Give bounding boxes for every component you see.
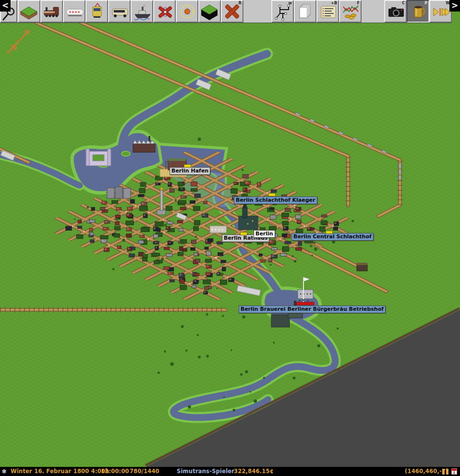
toolbar-airplane-tools-button[interactable] <box>153 0 176 23</box>
toolbar-line-management-button[interactable]: w <box>271 0 294 23</box>
status-month-progress: 780/1440 <box>130 467 159 476</box>
biplane-icon <box>154 1 175 22</box>
status-bar: ❄ Winter 16. Februar 1800 4:00h 13:00:00… <box>0 467 460 476</box>
station-capacity-bar <box>184 164 191 168</box>
toolbar-ship-tools-button[interactable] <box>131 0 153 23</box>
toolbar-pause-button[interactable]: P <box>407 0 429 23</box>
main-toolbar: R w +B <box>0 0 452 23</box>
depot-building <box>298 290 313 299</box>
pause-indicator-bar <box>446 469 448 475</box>
status-player-name: Simutrans-Spieler <box>177 467 234 476</box>
simutrans-window: N <box>0 0 460 476</box>
toolbar-railroad-tools-button[interactable] <box>40 0 63 23</box>
toolbar-next-button[interactable]: > <box>449 0 460 12</box>
toolbar-destroy-button[interactable]: R <box>221 0 243 23</box>
toolbar-fast-forward-button[interactable]: W <box>429 0 452 23</box>
bus-icon <box>109 1 130 22</box>
station-capacity-bar <box>240 232 247 235</box>
toolbar-message-schedule-button[interactable]: +B <box>316 0 339 23</box>
toolbar-lists-button[interactable] <box>294 0 316 23</box>
monorail-icon <box>64 1 85 22</box>
depot-label-berlin-brauerei[interactable]: Berlin Brauerei Berliner Bürgerbräu Betr… <box>239 305 386 313</box>
station-capacity-bar <box>268 193 276 196</box>
toolbar-terraform-button[interactable] <box>198 0 221 23</box>
signal-circle-icon <box>177 1 197 22</box>
station-label-berlin-hafen[interactable]: Berlin Hafen <box>169 167 210 175</box>
toolbar-road-tools-button[interactable] <box>108 0 131 23</box>
toolbar-finances-button[interactable]: F <box>339 0 362 23</box>
toolbar-screenshot-button[interactable]: C <box>384 0 407 23</box>
farm-building <box>357 263 367 271</box>
season-snowflake-icon: ❄ <box>1 467 7 476</box>
toolbar-prev-button[interactable]: < <box>0 0 11 12</box>
grass-tile-icon <box>19 1 39 22</box>
station-building <box>210 226 227 233</box>
ship-icon <box>132 1 152 22</box>
toolbar-monorail-tools-button[interactable] <box>63 0 85 23</box>
palace-building <box>86 149 111 166</box>
pause-indicator-bar <box>442 469 445 475</box>
status-date: Winter 16. Februar 1800 4:00h <box>11 467 109 476</box>
city-label-berlin[interactable]: Berlin <box>254 230 275 238</box>
status-balance: 322,846.15¢ <box>234 467 274 476</box>
steam-train-icon <box>41 1 62 22</box>
documents-icon <box>295 1 315 22</box>
lower-land-icon <box>199 1 220 22</box>
station-capacity-bar <box>326 231 333 234</box>
toolbar-slope-tools-button[interactable] <box>18 0 40 23</box>
svg-text:N: N <box>11 43 17 52</box>
tram-icon <box>86 1 107 22</box>
game-map-viewport[interactable]: N <box>0 0 460 467</box>
status-time: 13:00:00 <box>101 467 129 476</box>
calendar-icon: 1 <box>451 468 457 475</box>
station-label-berlin-schlachthof-klaeger[interactable]: Berlin Schlachthof Klaeger <box>234 196 317 204</box>
toolbar-special-construction-button[interactable] <box>176 0 198 23</box>
apartment-blocks <box>107 187 131 198</box>
toolbar-tram-tools-button[interactable] <box>85 0 108 23</box>
station-label-berlin-central-schlachthof[interactable]: Berlin Central Schlachthof <box>291 233 374 241</box>
